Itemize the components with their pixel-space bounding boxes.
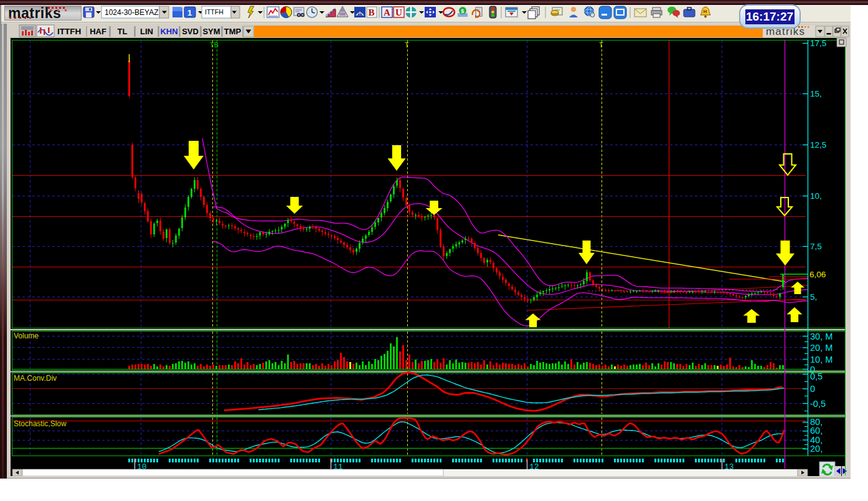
- svg-text:1024-30-BEYAZ: 1024-30-BEYAZ: [105, 8, 159, 17]
- svg-text:ITTFH: ITTFH: [205, 8, 224, 16]
- svg-text:-0,5: -0,5: [810, 399, 826, 409]
- svg-text:17,5: 17,5: [810, 39, 826, 48]
- svg-text:ITTFH: ITTFH: [57, 27, 81, 36]
- svg-text:SYM: SYM: [202, 27, 220, 36]
- svg-text:HAF: HAF: [90, 27, 106, 36]
- svg-text:TMP: TMP: [224, 27, 242, 36]
- svg-text:10,: 10,: [810, 191, 822, 201]
- svg-text:SVD: SVD: [182, 27, 199, 36]
- svg-text:16:17:27: 16:17:27: [746, 10, 793, 23]
- svg-text:A: A: [384, 7, 390, 17]
- svg-text:$: $: [461, 8, 464, 14]
- svg-text:T: T: [599, 41, 603, 49]
- svg-text:H: H: [704, 9, 707, 14]
- svg-text:MA.Conv.Div: MA.Conv.Div: [14, 374, 57, 383]
- svg-text:TB: TB: [210, 41, 219, 49]
- svg-text:B: B: [369, 7, 375, 17]
- svg-text:15,: 15,: [810, 89, 822, 98]
- svg-text:6,06: 6,06: [809, 270, 826, 279]
- svg-text:5,: 5,: [810, 292, 817, 302]
- svg-text:20,: 20,: [810, 444, 823, 454]
- svg-text:U: U: [395, 7, 402, 17]
- svg-text:TL: TL: [118, 27, 128, 36]
- svg-text:20, M: 20, M: [810, 343, 833, 353]
- svg-text:KHN: KHN: [160, 27, 177, 36]
- svg-text:0,5: 0,5: [810, 371, 823, 381]
- svg-text:1: 1: [187, 8, 192, 17]
- svg-text:LIN: LIN: [140, 27, 153, 36]
- svg-text:0: 0: [810, 384, 815, 394]
- svg-text:30, M: 30, M: [810, 332, 833, 341]
- svg-text:12,5: 12,5: [810, 140, 826, 150]
- svg-text:Volume: Volume: [14, 332, 39, 340]
- svg-text:T: T: [405, 41, 409, 49]
- svg-text:Stochastic,Slow: Stochastic,Slow: [14, 419, 67, 428]
- svg-text:10, M: 10, M: [810, 355, 833, 365]
- svg-text:7,5: 7,5: [810, 242, 822, 251]
